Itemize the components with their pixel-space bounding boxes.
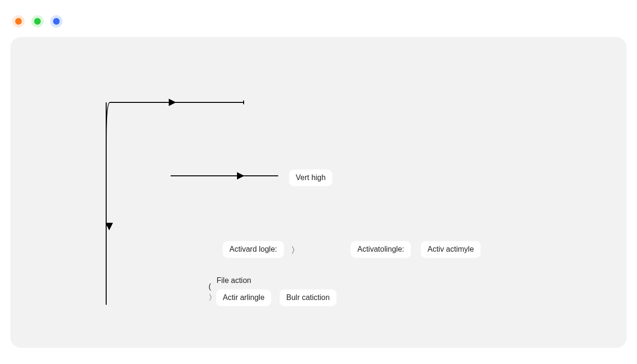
arrow-top-elbow bbox=[106, 102, 244, 141]
node-activ-actimyle[interactable]: Activ actimyle bbox=[421, 241, 481, 258]
chevron-right-icon: 〉 bbox=[291, 245, 300, 256]
angle-right-icon: 〉 bbox=[209, 293, 216, 303]
node-actir-arlingle[interactable]: Actir arlingle bbox=[216, 289, 271, 306]
label-file-action: File action bbox=[217, 276, 251, 285]
node-activatolingle[interactable]: Activatolingle: bbox=[351, 241, 411, 258]
paren-open-icon: ( bbox=[209, 282, 211, 291]
node-activard-logle[interactable]: Activard logle: bbox=[223, 241, 284, 258]
node-vert-high[interactable]: Vert high bbox=[289, 169, 332, 186]
diagram-canvas[interactable]: Vert high Activard logle: 〉 Activatoling… bbox=[10, 37, 627, 348]
window-titlebar bbox=[0, 0, 637, 37]
traffic-light-min[interactable] bbox=[31, 15, 44, 27]
traffic-light-close[interactable] bbox=[12, 15, 25, 27]
node-bulr-catiction[interactable]: Bulr catiction bbox=[280, 289, 337, 306]
traffic-light-max[interactable] bbox=[50, 15, 63, 27]
